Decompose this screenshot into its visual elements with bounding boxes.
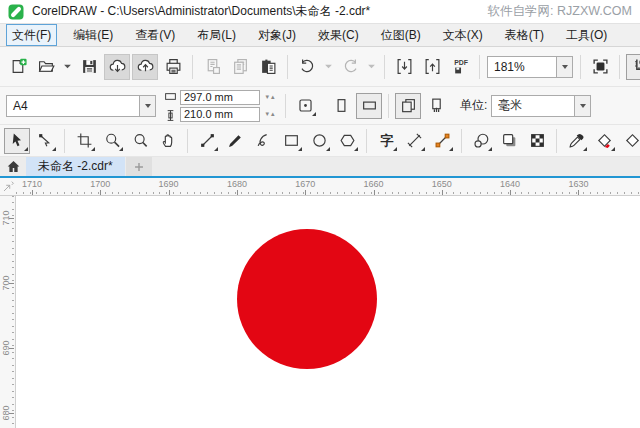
page-width-spinner[interactable]: ▾ ▴ bbox=[260, 90, 280, 105]
undo-button[interactable] bbox=[294, 54, 320, 80]
smart-fill-button[interactable] bbox=[619, 128, 640, 154]
cloud-download-button[interactable] bbox=[104, 54, 130, 80]
dropdown-arrow-button bbox=[365, 54, 378, 80]
svg-text:PDF: PDF bbox=[454, 59, 468, 66]
flyout-indicator bbox=[611, 147, 615, 151]
cloud-upload-icon bbox=[137, 58, 154, 75]
all-pages-button[interactable] bbox=[395, 93, 421, 119]
landscape-button[interactable] bbox=[356, 93, 382, 119]
bspline-button[interactable] bbox=[250, 128, 276, 154]
page-height-field[interactable]: 210.0 mm bbox=[180, 107, 260, 122]
transparency-button[interactable] bbox=[496, 128, 522, 154]
plus-icon bbox=[132, 160, 146, 174]
menu-item-位图(B)[interactable]: 位图(B) bbox=[375, 24, 427, 46]
menu-item-文件(F)[interactable]: 文件(F) bbox=[6, 24, 57, 46]
dimension-button[interactable] bbox=[401, 128, 427, 154]
menu-bar: 文件(F)编辑(E)查看(V)布局(L)对象(J)效果(C)位图(B)文本(X)… bbox=[0, 24, 640, 47]
menu-item-查看(V)[interactable]: 查看(V) bbox=[129, 24, 181, 46]
interactive-fill-button[interactable] bbox=[591, 128, 617, 154]
units-select[interactable]: 毫米 bbox=[491, 95, 591, 117]
horizontal-ruler[interactable]: 171017001690168016701660165016401630 bbox=[0, 178, 640, 196]
flyout-indicator bbox=[354, 147, 358, 151]
pick-button[interactable] bbox=[4, 128, 30, 154]
flyout-indicator bbox=[24, 147, 28, 151]
portrait-button[interactable] bbox=[328, 93, 354, 119]
menu-item-编辑(E)[interactable]: 编辑(E) bbox=[67, 24, 119, 46]
save-icon bbox=[81, 58, 98, 75]
ellipse-button[interactable] bbox=[306, 128, 332, 154]
toolbar-separator bbox=[461, 129, 462, 153]
crop-button[interactable] bbox=[71, 128, 97, 154]
menu-item-效果(C)[interactable]: 效果(C) bbox=[312, 24, 365, 46]
units-dropdown-arrow-icon[interactable] bbox=[574, 95, 591, 117]
menu-item-对象(J)[interactable]: 对象(J) bbox=[252, 24, 302, 46]
open-folder-button[interactable] bbox=[33, 54, 59, 80]
single-page-button[interactable] bbox=[423, 93, 449, 119]
show-rulers-button[interactable] bbox=[626, 54, 640, 80]
paper-size-select[interactable]: A4 bbox=[6, 95, 156, 117]
horizontal-ruler-ticks bbox=[16, 192, 640, 194]
copy-button bbox=[227, 54, 253, 80]
flyout-indicator bbox=[583, 147, 587, 151]
hruler-label: 1700 bbox=[90, 179, 110, 189]
redo-button bbox=[337, 54, 363, 80]
new-tab-button[interactable] bbox=[126, 157, 152, 176]
menu-item-文本(X)[interactable]: 文本(X) bbox=[437, 24, 489, 46]
cut-button bbox=[199, 54, 225, 80]
autofit-button[interactable] bbox=[292, 93, 318, 119]
connector-button[interactable] bbox=[429, 128, 455, 154]
vertical-ruler[interactable]: 710700690680 bbox=[0, 196, 16, 428]
contour-button[interactable] bbox=[468, 128, 494, 154]
fullscreen-preview-button[interactable] bbox=[587, 54, 613, 80]
window-title: CorelDRAW - C:\Users\Administrator\Docum… bbox=[32, 3, 370, 20]
polygon-button[interactable] bbox=[334, 128, 360, 154]
eyedropper-button[interactable] bbox=[563, 128, 589, 154]
print-button[interactable] bbox=[160, 54, 186, 80]
cloud-download-icon bbox=[109, 58, 126, 75]
page-width-field[interactable]: 297.0 mm bbox=[180, 90, 260, 105]
redo-icon bbox=[342, 58, 359, 75]
separator bbox=[388, 94, 389, 118]
zoom-dropdown-arrow-icon[interactable] bbox=[556, 56, 573, 78]
new-document-icon bbox=[10, 58, 27, 75]
text-button[interactable]: 字 bbox=[373, 128, 399, 154]
export-button[interactable] bbox=[419, 54, 445, 80]
title-bar: CorelDRAW - C:\Users\Administrator\Docum… bbox=[0, 0, 640, 24]
zoom-level-select[interactable]: 181% bbox=[487, 56, 573, 78]
paper-size-dropdown-arrow-icon[interactable] bbox=[139, 95, 156, 117]
shape-button[interactable] bbox=[32, 128, 58, 154]
ruler-origin-icon[interactable] bbox=[2, 180, 15, 193]
dropdown-arrow-button[interactable] bbox=[61, 54, 74, 80]
home-tab-button[interactable] bbox=[0, 157, 26, 176]
toolbar-separator bbox=[64, 129, 65, 153]
artistic-media-button[interactable] bbox=[222, 128, 248, 154]
menu-item-布局(L)[interactable]: 布局(L) bbox=[191, 24, 242, 46]
artistic-media-icon bbox=[227, 132, 244, 149]
paper-size-value: A4 bbox=[6, 95, 139, 117]
document-tab-active[interactable]: 未命名 -2.cdr* bbox=[26, 157, 125, 176]
units-value: 毫米 bbox=[491, 95, 574, 117]
menu-item-工具(O)[interactable]: 工具(O) bbox=[560, 24, 613, 46]
rectangle-button[interactable] bbox=[278, 128, 304, 154]
toolbar-separator bbox=[580, 55, 581, 79]
pattern-fill-button[interactable] bbox=[524, 128, 550, 154]
page-height-spinner[interactable]: ▾ ▴ bbox=[260, 107, 280, 122]
red-circle-object[interactable] bbox=[237, 229, 377, 369]
pdf-publish-button[interactable]: PDF bbox=[447, 54, 473, 80]
zoom-button[interactable] bbox=[99, 128, 125, 154]
paste-icon bbox=[260, 58, 277, 75]
drawing-canvas[interactable] bbox=[16, 196, 640, 428]
paste-button[interactable] bbox=[255, 54, 281, 80]
toolbox: 字 bbox=[0, 125, 640, 157]
watermark-text: 软件自学网: RJZXW.COM bbox=[488, 3, 632, 20]
cloud-upload-button[interactable] bbox=[132, 54, 158, 80]
zoom-alt-button[interactable] bbox=[127, 128, 153, 154]
undo-icon bbox=[299, 58, 316, 75]
pan-button[interactable] bbox=[155, 128, 181, 154]
import-button[interactable] bbox=[391, 54, 417, 80]
menu-item-表格(T)[interactable]: 表格(T) bbox=[499, 24, 550, 46]
new-document-button[interactable] bbox=[5, 54, 31, 80]
freehand-button[interactable] bbox=[194, 128, 220, 154]
save-button[interactable] bbox=[76, 54, 102, 80]
separator bbox=[285, 94, 286, 118]
